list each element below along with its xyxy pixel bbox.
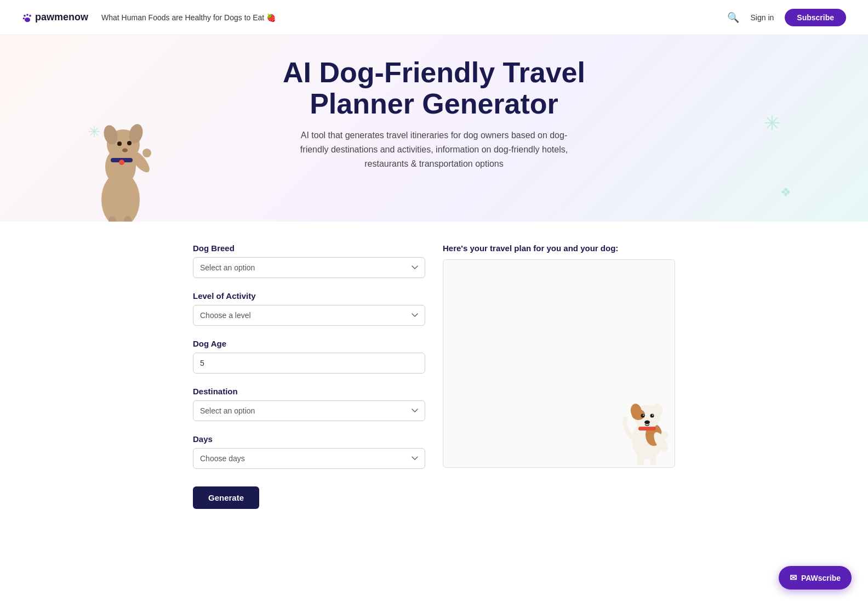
logo[interactable]: pawmenow <box>22 12 88 23</box>
svg-point-1 <box>26 14 28 16</box>
svg-point-11 <box>142 149 151 157</box>
result-label: Here's your travel plan for you and your… <box>443 243 675 253</box>
svg-point-29 <box>644 421 650 424</box>
hero-subtitle: AI tool that generates travel itinerarie… <box>292 128 576 171</box>
svg-point-26 <box>643 415 644 416</box>
nav-title: What Human Foods are Healthy for Dogs to… <box>101 13 276 22</box>
header: pawmenow What Human Foods are Healthy fo… <box>0 0 868 35</box>
subscribe-button[interactable]: Subscribe <box>785 9 846 26</box>
dog-breed-label: Dog Breed <box>193 243 425 253</box>
svg-point-13 <box>127 141 132 145</box>
days-label: Days <box>193 434 425 444</box>
deco-asterisk-tr: ✳ <box>764 112 780 135</box>
generate-button[interactable]: Generate <box>193 486 259 509</box>
svg-point-34 <box>661 431 669 439</box>
search-icon: 🔍 <box>727 12 739 23</box>
search-button[interactable]: 🔍 <box>727 12 739 24</box>
svg-point-4 <box>25 18 30 22</box>
hero-title: AI Dog-Friendly Travel Planner Generator <box>270 57 598 120</box>
dog-age-group: Dog Age <box>193 339 425 373</box>
destination-label: Destination <box>193 387 425 396</box>
dog-breed-group: Dog Breed Select an option Labrador Retr… <box>193 243 425 278</box>
destination-group: Destination Select an option New York Lo… <box>193 387 425 421</box>
activity-group: Level of Activity Choose a level Low Med… <box>193 291 425 326</box>
destination-select[interactable]: Select an option New York Los Angeles Ch… <box>193 400 425 421</box>
svg-point-27 <box>650 414 654 418</box>
dog-breed-select[interactable]: Select an option Labrador Retriever Germ… <box>193 257 425 278</box>
svg-point-28 <box>652 415 653 416</box>
svg-rect-30 <box>638 427 656 431</box>
header-right: 🔍 Sign in Subscribe <box>727 9 846 26</box>
deco-asterisk-br: ❖ <box>780 185 791 200</box>
result-dog-image <box>620 383 675 467</box>
dog-age-input[interactable] <box>193 353 425 373</box>
svg-rect-32 <box>650 453 656 465</box>
main-content: Dog Breed Select an option Labrador Retr… <box>105 222 763 531</box>
hero-section: ✳ ✳ ❖ <box>0 35 868 222</box>
svg-point-2 <box>29 14 31 16</box>
activity-select[interactable]: Choose a level Low Medium High <box>193 305 425 326</box>
activity-label: Level of Activity <box>193 291 425 301</box>
hero-dog-image <box>77 90 164 222</box>
result-panel: Here's your travel plan for you and your… <box>443 243 675 509</box>
svg-point-25 <box>641 414 645 418</box>
svg-point-14 <box>122 149 128 152</box>
paw-icon <box>22 12 33 23</box>
svg-point-0 <box>24 14 26 16</box>
result-box <box>443 259 675 468</box>
svg-rect-31 <box>637 454 644 465</box>
svg-point-12 <box>117 141 122 146</box>
dog-age-label: Dog Age <box>193 339 425 348</box>
svg-point-16 <box>119 160 124 165</box>
days-group: Days Choose days 1 2 3 4 5 6 7 <box>193 434 425 469</box>
days-select[interactable]: Choose days 1 2 3 4 5 6 7 <box>193 448 425 469</box>
signin-button[interactable]: Sign in <box>750 13 774 22</box>
form-panel: Dog Breed Select an option Labrador Retr… <box>193 243 425 509</box>
svg-point-3 <box>23 18 25 19</box>
logo-text: pawmenow <box>35 12 88 23</box>
